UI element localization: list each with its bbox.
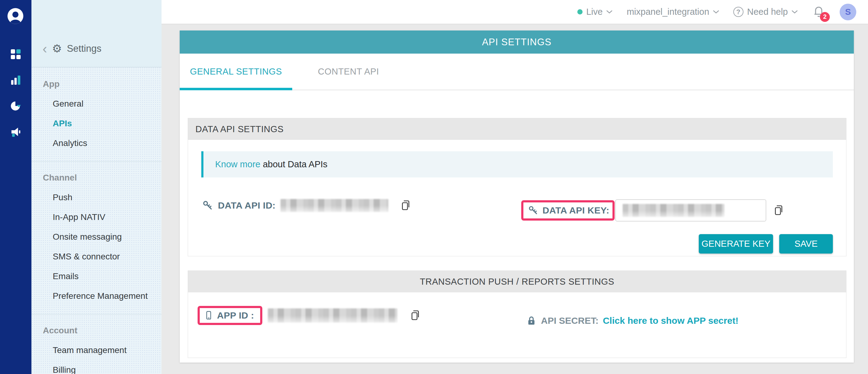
- project-dropdown[interactable]: mixpanel_integration: [627, 7, 719, 17]
- sidebar-item-team-management[interactable]: Team management: [31, 340, 161, 360]
- notifications-button[interactable]: 2: [812, 5, 826, 20]
- app-id-row: APP ID :: [197, 306, 421, 325]
- know-more-info-box: Know more about Data APIs: [201, 151, 833, 177]
- sidebar-body: App General APIs Analytics Channel Push …: [31, 68, 161, 374]
- sidebar-item-billing[interactable]: Billing: [31, 360, 161, 374]
- data-api-actions: GENERATE KEY SAVE: [699, 234, 833, 253]
- transaction-settings-header: TRANSACTION PUSH / REPORTS SETTINGS: [188, 271, 846, 292]
- secret-lock-icon: [526, 315, 537, 326]
- notification-badge: 2: [820, 12, 830, 22]
- back-chevron-icon[interactable]: ‹: [42, 42, 47, 55]
- bar-chart-icon[interactable]: [8, 74, 23, 86]
- sidebar-item-preference-management[interactable]: Preference Management: [31, 286, 161, 306]
- save-button[interactable]: SAVE: [779, 234, 833, 253]
- live-status-dot: [577, 9, 583, 14]
- tabs-bar: GENERAL SETTINGS CONTENT API: [180, 54, 854, 90]
- sidebar-section-channel: Channel Push In-App NATIV Onsite messagi…: [31, 161, 161, 314]
- know-more-text: about Data APIs: [260, 159, 328, 169]
- user-avatar[interactable]: S: [840, 4, 856, 20]
- need-help-label: Need help: [747, 7, 788, 17]
- api-secret-label: API SECRET:: [541, 315, 598, 326]
- mobile-phone-icon: [205, 310, 213, 320]
- sidebar-item-analytics[interactable]: Analytics: [31, 133, 161, 153]
- tab-general-settings[interactable]: GENERAL SETTINGS: [180, 54, 292, 90]
- data-api-key-input[interactable]: [615, 199, 766, 222]
- question-icon: ?: [733, 7, 743, 17]
- data-api-id-label: DATA API ID:: [218, 200, 276, 211]
- pie-chart-icon[interactable]: [8, 100, 23, 112]
- dashboard-grid-icon[interactable]: [8, 48, 23, 60]
- app-id-highlight: APP ID :: [197, 306, 262, 325]
- data-api-settings-header: DATA API SETTINGS: [188, 118, 846, 140]
- section-label-app: App: [31, 74, 161, 94]
- transaction-settings-section: TRANSACTION PUSH / REPORTS SETTINGS APP …: [188, 271, 846, 358]
- project-name: mixpanel_integration: [627, 7, 709, 17]
- data-api-key-value-redacted: [623, 204, 724, 217]
- megaphone-icon[interactable]: [8, 126, 23, 138]
- top-bar: Live mixpanel_integration ? Need help 2 …: [161, 0, 868, 24]
- data-api-key-label: DATA API KEY:: [542, 205, 610, 216]
- data-api-id-row: DATA API ID:: [203, 199, 411, 212]
- main-content: API SETTINGS GENERAL SETTINGS CONTENT AP…: [161, 25, 868, 374]
- sidebar-item-sms-connector[interactable]: SMS & connector: [31, 247, 161, 267]
- data-api-key-highlight: DATA API KEY:: [521, 200, 615, 220]
- sidebar-section-account: Account Team management Billing: [31, 314, 161, 374]
- copy-icon[interactable]: [410, 309, 421, 321]
- sidebar-item-apis[interactable]: APIs: [31, 114, 161, 133]
- section-label-channel: Channel: [31, 168, 161, 188]
- section-label-account: Account: [31, 321, 161, 340]
- sidebar-item-emails[interactable]: Emails: [31, 267, 161, 286]
- chevron-down-icon: [713, 10, 719, 14]
- need-help-dropdown[interactable]: ? Need help: [733, 7, 798, 17]
- app-id-label: APP ID :: [217, 310, 254, 321]
- gear-icon: ⚙: [52, 42, 62, 55]
- generate-key-button[interactable]: GENERATE KEY: [699, 234, 773, 253]
- environment-dropdown[interactable]: Live: [577, 7, 613, 17]
- show-app-secret-link[interactable]: Click here to show APP secret!: [603, 315, 739, 326]
- data-api-settings-section: DATA API SETTINGS Know more about Data A…: [188, 118, 846, 256]
- data-api-key-row: DATA API KEY:: [521, 199, 784, 222]
- page-title: API SETTINGS: [180, 31, 854, 54]
- api-settings-card: API SETTINGS GENERAL SETTINGS CONTENT AP…: [180, 31, 854, 363]
- sidebar-header: ‹ ⚙ Settings: [31, 0, 161, 67]
- api-secret-row: API SECRET: Click here to show APP secre…: [526, 315, 739, 326]
- settings-sidebar: ‹ ⚙ Settings App General APIs Analytics …: [31, 0, 161, 374]
- key-icon: [528, 205, 538, 215]
- sidebar-item-onsite-messaging[interactable]: Onsite messaging: [31, 227, 161, 247]
- sidebar-item-push[interactable]: Push: [31, 188, 161, 207]
- chevron-down-icon: [606, 10, 613, 14]
- tab-content-api[interactable]: CONTENT API: [292, 54, 405, 90]
- know-more-link[interactable]: Know more: [215, 159, 260, 169]
- environment-label: Live: [586, 7, 602, 17]
- brand-logo-icon[interactable]: [7, 7, 24, 25]
- data-api-id-value-redacted: [280, 199, 389, 212]
- app-icon-rail: [0, 0, 31, 374]
- app-id-value-redacted: [268, 308, 397, 322]
- sidebar-title: Settings: [67, 43, 101, 54]
- sidebar-item-general[interactable]: General: [31, 94, 161, 114]
- copy-icon[interactable]: [773, 204, 784, 216]
- copy-icon[interactable]: [400, 199, 411, 212]
- key-icon: [203, 200, 213, 211]
- sidebar-section-app: App General APIs Analytics: [31, 68, 161, 161]
- chevron-down-icon: [792, 10, 798, 14]
- sidebar-item-inapp-nativ[interactable]: In-App NATIV: [31, 207, 161, 227]
